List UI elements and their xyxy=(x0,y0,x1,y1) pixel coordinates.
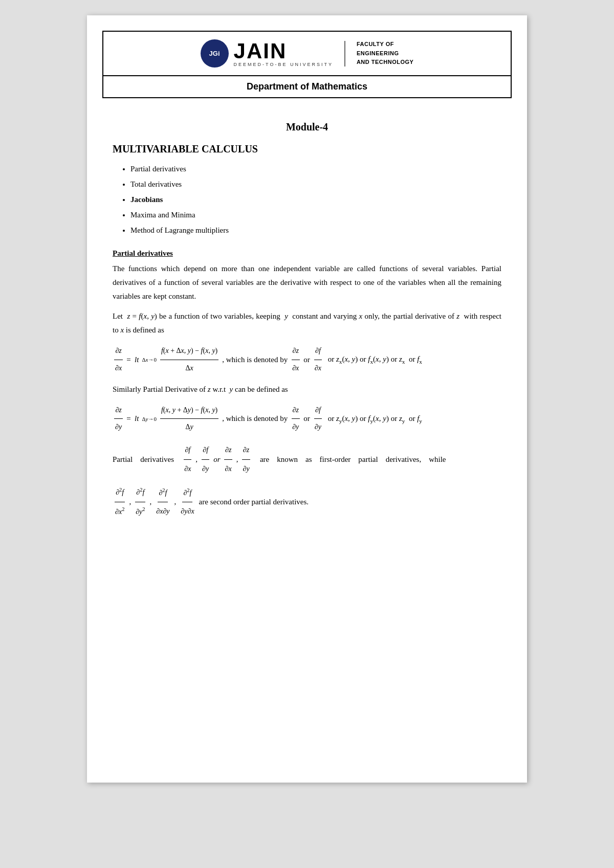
list-item: Partial derivatives xyxy=(130,163,501,175)
frac-d2f-dx2: ∂2f ∂x2 xyxy=(114,483,125,520)
frac-dz-dy: ∂z ∂y xyxy=(114,403,123,436)
header-box: JGi JAIN DEEMED-TO-BE UNIVERSITY FACULTY… xyxy=(102,31,512,76)
dept-title: Department of Mathematics xyxy=(247,81,367,92)
page: JGi JAIN DEEMED-TO-BE UNIVERSITY FACULTY… xyxy=(87,15,527,783)
list-item: Maxima and Minima xyxy=(130,209,501,221)
first-formula: ∂z ∂x = lt Δx→0 f(x + Δx, y) − f(x, y) Δ… xyxy=(113,343,501,376)
main-content: Module-4 MULTIVARIABLE CALCULUS Partial … xyxy=(87,98,527,547)
frac-dz-dx-2: ∂z ∂x xyxy=(291,343,300,376)
topics-list: Partial derivatives Total derivatives Ja… xyxy=(113,163,501,236)
main-title: MULTIVARIABLE CALCULUS xyxy=(113,143,501,155)
frac-dz-dy-2: ∂z ∂y xyxy=(291,403,300,436)
order-paragraph: Partial derivatives ∂f ∂x , ∂f ∂y or ∂z … xyxy=(113,441,501,477)
faculty-text: FACULTY OF ENGINEERING AND TECHNOLOGY xyxy=(357,40,414,67)
dept-box: Department of Mathematics xyxy=(102,76,512,98)
jain-logo-text: JAIN xyxy=(234,40,287,62)
module-title: Module-4 xyxy=(113,121,501,133)
header-divider xyxy=(344,41,345,66)
frac-dz-dx: ∂z ∂x xyxy=(114,343,123,376)
list-item: Total derivatives xyxy=(130,178,501,190)
list-item: Jacobians xyxy=(130,193,501,206)
second-order-formula: ∂2f ∂x2 , ∂2f ∂y2 , ∂2f ∂x∂y , ∂2f ∂y∂x … xyxy=(113,483,501,520)
frac-df-dx: ∂f ∂x xyxy=(314,343,322,376)
frac-limit-def: f(x + Δx, y) − f(x, y) Δx xyxy=(160,343,218,376)
frac-df-dy-3: ∂f ∂y xyxy=(201,441,210,477)
partial-section-heading: Partial derivatives xyxy=(113,249,501,258)
frac-d2f-dydx: ∂2f ∂y∂x xyxy=(180,484,195,520)
frac-d2f-dxdy: ∂2f ∂x∂y xyxy=(155,484,170,520)
frac-df-dx-3: ∂f ∂x xyxy=(183,441,192,477)
definition-paragraph: Let z = f(x, y) be a function of two var… xyxy=(113,309,501,337)
intro-paragraph: The functions which depend on more than … xyxy=(113,262,501,303)
jain-text-block: JAIN DEEMED-TO-BE UNIVERSITY xyxy=(234,40,333,67)
jgi-text: JGi xyxy=(209,50,220,57)
frac-dz-dx-3: ∂z ∂x xyxy=(224,441,233,477)
frac-d2f-dy2: ∂2f ∂y2 xyxy=(135,483,146,520)
list-item: Method of Lagrange multipliers xyxy=(130,224,501,236)
frac-limit-def-y: f(x, y + Δy) − f(x, y) Δy xyxy=(160,403,218,436)
similarly-paragraph: Similarly Partial Derivative of z w.r.t … xyxy=(113,383,501,396)
jgi-logo: JGi xyxy=(201,39,229,68)
deemed-text: DEEMED-TO-BE UNIVERSITY xyxy=(234,62,333,67)
logo-area: JGi JAIN DEEMED-TO-BE UNIVERSITY FACULTY… xyxy=(201,39,414,68)
frac-dz-dy-3: ∂z ∂y xyxy=(242,441,250,477)
frac-df-dy: ∂f ∂y xyxy=(314,403,322,436)
second-order-text: are second order partial derivatives. xyxy=(199,493,309,511)
second-formula: ∂z ∂y = lt Δy→0 f(x, y + Δy) − f(x, y) Δ… xyxy=(113,403,501,436)
